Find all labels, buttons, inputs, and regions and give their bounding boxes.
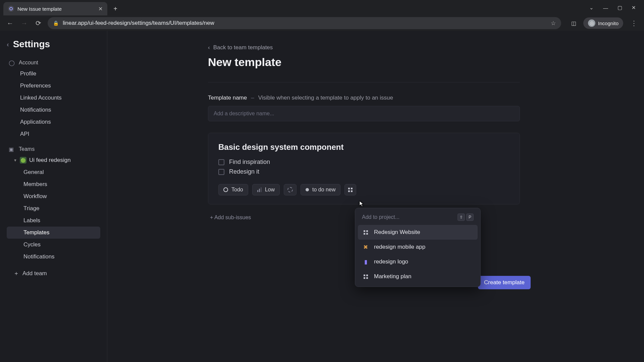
status-icon: [223, 187, 228, 192]
sidebar-item[interactable]: Workflow: [7, 190, 100, 202]
browser-tab[interactable]: New Issue template ✕: [3, 2, 107, 15]
project-option[interactable]: Marketing plan: [358, 269, 478, 284]
team-row[interactable]: ▼ 🟢 Ui feed redesign: [7, 154, 100, 166]
forward-button[interactable]: →: [19, 18, 29, 28]
project-search-input[interactable]: [362, 214, 454, 220]
settings-title: Settings: [13, 39, 50, 50]
shortcut-hint: ⇧ P: [458, 214, 474, 221]
plus-icon: ＋: [13, 269, 19, 277]
template-name-label: Template name: [208, 95, 247, 101]
sidebar-item[interactable]: Cycles: [7, 239, 100, 251]
priority-chip[interactable]: Low: [252, 184, 280, 195]
new-tab-button[interactable]: +: [110, 3, 121, 14]
back-button[interactable]: ←: [5, 18, 15, 28]
teams-icon: ▣: [9, 146, 15, 152]
sidebar-item[interactable]: Profile: [7, 68, 100, 80]
card-title: Basic design system component: [218, 142, 509, 152]
status-chip[interactable]: Todo: [218, 184, 248, 195]
project-option[interactable]: ▮redesign logo: [358, 254, 478, 269]
project-popover: ⇧ P Redesign Website✖redesign mobile app…: [355, 208, 481, 287]
sidebar-item[interactable]: Triage: [7, 202, 100, 215]
page-title: New template: [208, 56, 617, 69]
sidebar-item[interactable]: Labels: [7, 215, 100, 227]
label-dot-icon: [306, 188, 309, 191]
sidebar-item[interactable]: Linked Accounts: [7, 92, 100, 104]
sidebar-item[interactable]: Preferences: [7, 80, 100, 92]
sidebar-item[interactable]: Templates: [7, 227, 100, 239]
checkbox-icon[interactable]: [218, 169, 224, 175]
template-name-input[interactable]: [208, 106, 520, 121]
maximize-button[interactable]: ▢: [618, 5, 622, 11]
checklist-item[interactable]: Find inspiration: [218, 159, 509, 166]
checkbox-icon[interactable]: [218, 159, 224, 165]
extensions-icon[interactable]: ◫: [570, 19, 577, 27]
incognito-label: Incognito: [598, 20, 619, 26]
sidebar-item[interactable]: API: [7, 128, 100, 140]
project-option[interactable]: Redesign Website: [358, 225, 478, 240]
close-window-button[interactable]: ✕: [632, 5, 636, 11]
tab-title: New Issue template: [17, 6, 62, 12]
sidebar-item[interactable]: Members: [7, 178, 100, 190]
team-name: Ui feed redesign: [29, 157, 71, 164]
incognito-icon: ◎: [588, 19, 595, 27]
url-text: linear.app/ui-feed-redesign/settings/tea…: [63, 20, 214, 26]
bookmark-icon[interactable]: ☆: [551, 20, 556, 27]
template-card: Basic design system component Find inspi…: [208, 133, 520, 204]
breadcrumb-back[interactable]: ‹ Back to team templates: [208, 44, 617, 51]
chevron-down-icon[interactable]: ⌄: [589, 5, 594, 11]
checklist-item[interactable]: Redesign it: [218, 168, 509, 175]
project-icon: [348, 188, 353, 192]
doc-icon: ▮: [363, 259, 369, 265]
template-name-hint: Visible when selecting a template to app…: [258, 95, 393, 101]
settings-back-icon[interactable]: ‹: [7, 41, 9, 48]
kebab-menu-icon[interactable]: ⋮: [629, 18, 639, 28]
divider: [208, 82, 520, 82]
address-bar[interactable]: 🔒 linear.app/ui-feed-redesign/settings/t…: [48, 17, 561, 29]
add-team-button[interactable]: ＋ Add team: [7, 265, 100, 281]
label-chip[interactable]: to do new: [301, 184, 340, 195]
project-chip[interactable]: [344, 184, 356, 195]
incognito-indicator[interactable]: ◎ Incognito: [583, 17, 623, 29]
create-template-button[interactable]: Create template: [478, 276, 531, 289]
tab-favicon: [8, 6, 14, 12]
project-option[interactable]: ✖redesign mobile app: [358, 240, 478, 254]
teams-section-header: ▣ Teams: [9, 146, 100, 152]
lock-icon: 🔒: [53, 20, 59, 26]
sidebar-item[interactable]: Applications: [7, 116, 100, 128]
grid-icon: [363, 274, 369, 280]
sidebar-item[interactable]: Notifications: [7, 251, 100, 263]
minimize-button[interactable]: —: [603, 5, 608, 11]
sidebar-item[interactable]: Notifications: [7, 104, 100, 116]
caret-down-icon: ▼: [13, 158, 17, 162]
chevron-left-icon: ‹: [208, 44, 210, 51]
reload-button[interactable]: ⟳: [34, 18, 43, 28]
account-icon: ◯: [9, 60, 15, 66]
grid-icon: [363, 229, 369, 235]
tools-icon: ✖: [363, 244, 369, 250]
priority-icon: [257, 187, 262, 192]
tab-close-icon[interactable]: ✕: [98, 6, 103, 12]
account-section-header: ◯ Account: [9, 60, 100, 66]
assignee-icon: [287, 187, 293, 192]
assignee-chip[interactable]: [284, 184, 297, 195]
team-badge-icon: 🟢: [20, 157, 26, 164]
sidebar-item[interactable]: General: [7, 166, 100, 178]
